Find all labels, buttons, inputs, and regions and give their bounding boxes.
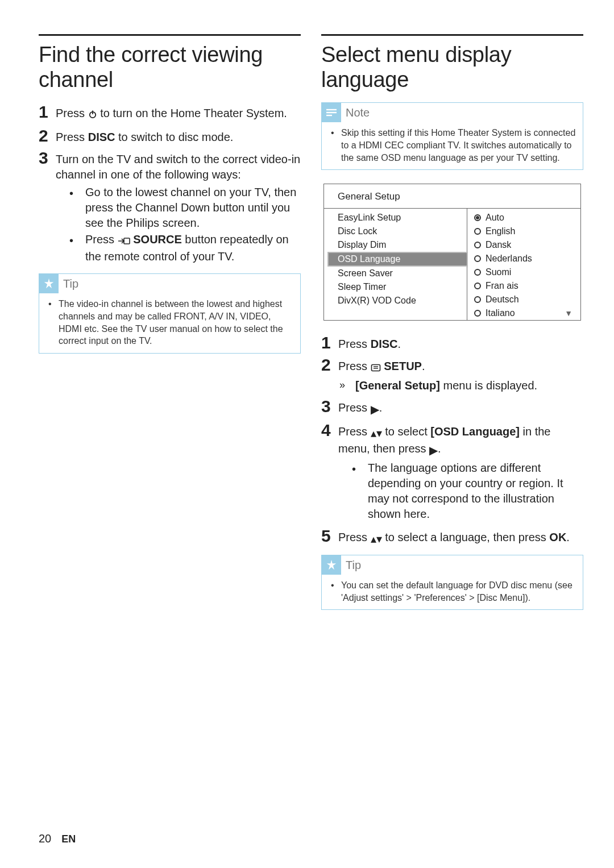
right-heading: Select menu display language	[321, 43, 583, 92]
step-3: 3 Turn on the TV and switch to the corre…	[39, 148, 301, 265]
updown-arrow-icon: ▴▾	[371, 531, 382, 547]
power-icon	[88, 107, 97, 123]
left-steps: 1 Press to turn on the Home Theater Syst…	[39, 102, 301, 265]
left-tip-callout: Tip •The video-in channel is between the…	[39, 273, 301, 353]
page-footer: 20 EN	[39, 815, 583, 845]
menu-right-item: Fran ais	[467, 279, 580, 293]
menu-left-item: Sleep Timer	[324, 280, 467, 294]
rstep-3: 3 Press ▶.	[321, 397, 583, 417]
menu-right-item: Auto	[467, 211, 580, 225]
right-tip-callout: Tip •You can set the default language fo…	[321, 555, 583, 610]
menu-right-item: Italiano▼	[467, 306, 580, 320]
updown-arrow-icon: ▴▾	[371, 426, 382, 441]
menu-left-list: EasyLink SetupDisc LockDisplay DimOSD La…	[324, 209, 467, 320]
radio-icon	[474, 269, 481, 276]
note-body: Skip this setting if this Home Theater S…	[341, 127, 576, 164]
menu-right-item: English	[467, 225, 580, 238]
menu-left-item: Disc Lock	[324, 225, 467, 238]
radio-icon	[474, 214, 481, 221]
page-number: 20	[39, 832, 51, 845]
rstep-1: 1 Press DISC.	[321, 333, 583, 352]
divider	[321, 34, 583, 36]
lang-code: EN	[61, 833, 76, 845]
radio-icon	[474, 228, 481, 235]
left-heading: Find the correct viewing channel	[39, 43, 301, 92]
radio-icon	[474, 283, 481, 289]
rstep-2: 2 Press SETUP. »[General Setup] menu is …	[321, 355, 583, 393]
right-column: Select menu display language Note •Skip …	[321, 34, 583, 815]
setup-icon	[371, 360, 381, 376]
menu-left-item: EasyLink Setup	[324, 211, 467, 225]
menu-right-item: Dansk	[467, 238, 580, 252]
rstep-5: 5 Press ▴▾ to select a language, then pr…	[321, 526, 583, 547]
tip-icon	[39, 274, 59, 293]
source-icon	[118, 234, 130, 249]
tip-title: Tip	[63, 277, 78, 290]
menu-right-list: AutoEnglishDanskNederlandsSuomiFran aisD…	[467, 209, 580, 320]
tip-body: The video-in channel is between the lowe…	[59, 298, 293, 347]
svg-rect-6	[371, 365, 380, 371]
menu-right-item: Suomi	[467, 265, 580, 279]
radio-icon	[474, 296, 481, 303]
osd-menu: General Setup EasyLink SetupDisc LockDis…	[323, 184, 581, 321]
menu-title: General Setup	[324, 184, 580, 209]
left-column: Find the correct viewing channel 1 Press…	[39, 34, 301, 815]
menu-right-item: Nederlands	[467, 252, 580, 265]
radio-icon	[474, 242, 481, 248]
step-2: 2 Press DISC to switch to disc mode.	[39, 126, 301, 145]
note-icon	[322, 103, 341, 122]
rstep-4: 4 Press ▴▾ to select [OSD Language] in t…	[321, 421, 583, 523]
radio-icon	[474, 255, 481, 262]
tip-title: Tip	[346, 559, 361, 572]
columns: Find the correct viewing channel 1 Press…	[39, 34, 583, 815]
menu-right-item: Deutsch	[467, 293, 580, 306]
step-1: 1 Press to turn on the Home Theater Syst…	[39, 102, 301, 123]
step-3-subs: • Go to the lowest channel on your TV, t…	[56, 185, 301, 264]
note-title: Note	[346, 106, 370, 119]
svg-rect-2	[124, 238, 130, 244]
menu-left-item: DivX(R) VOD Code	[324, 294, 467, 308]
menu-left-item: Screen Saver	[324, 267, 467, 280]
page: Find the correct viewing channel 1 Press…	[0, 0, 614, 868]
right-arrow-icon: ▶	[371, 402, 379, 417]
tip-icon	[322, 555, 341, 575]
radio-icon	[474, 310, 481, 317]
right-steps: 1 Press DISC. 2 Press SETUP. »[General S…	[321, 333, 583, 547]
menu-left-item: Display Dim	[324, 238, 467, 252]
menu-left-item: OSD Language	[327, 252, 468, 267]
note-callout: Note •Skip this setting if this Home The…	[321, 102, 583, 170]
scroll-down-icon: ▼	[565, 309, 572, 318]
divider	[39, 34, 301, 36]
right-arrow-icon: ▶	[429, 443, 438, 458]
